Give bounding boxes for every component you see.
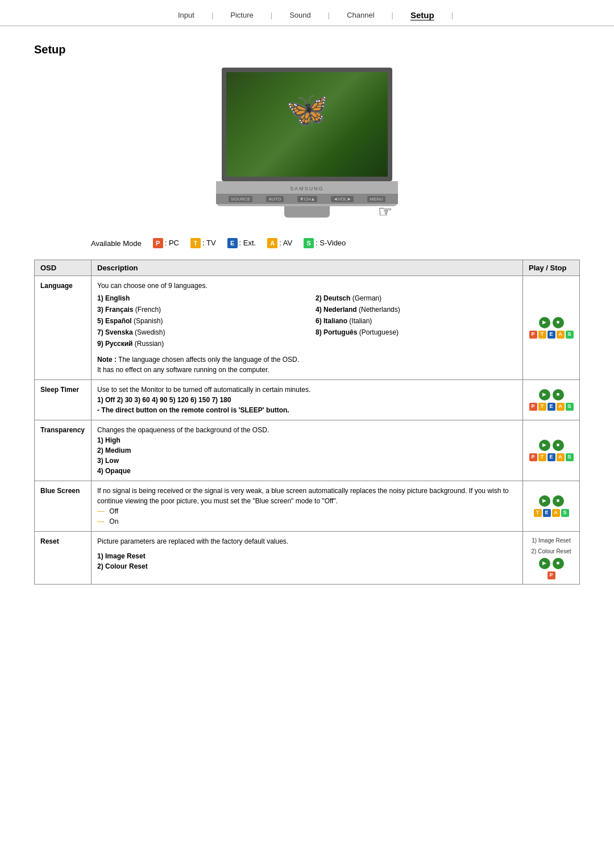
sm-badge-s-blue: S [561, 509, 569, 517]
lang-3: 3) Français (French) [97, 304, 298, 315]
sleep-note: - The direct button on the remote contro… [97, 405, 517, 415]
badge-a: A [267, 238, 277, 248]
nav-sep-5: | [451, 11, 453, 19]
play-btn-trans[interactable]: ▶ [539, 440, 550, 451]
blue-items: Off On [97, 506, 517, 527]
sm-badge-s-sleep: S [566, 403, 574, 411]
badge-e: E [227, 238, 238, 248]
sm-badge-e-trans: E [547, 453, 555, 461]
tv-brand: SAMSUNG [216, 186, 398, 191]
mode-ext: E: Ext. [227, 238, 256, 248]
desc-reset: Picture parameters are replaced with the… [92, 532, 523, 585]
table-row-bluescreen: Blue Screen If no signal is being receiv… [35, 481, 580, 532]
play-stop-icons-trans: ▶ ■ [529, 440, 574, 451]
blue-item-on: On [97, 516, 517, 527]
sleep-text: Use to set the Monitor to be turned off … [97, 385, 517, 395]
stop-btn-lang[interactable]: ■ [553, 317, 564, 328]
sm-badge-a-trans: A [557, 453, 565, 461]
trans-item-2: 2) Medium [97, 445, 517, 456]
nav-setup[interactable]: Setup [393, 10, 451, 20]
mode-av: A: AV [267, 238, 292, 248]
mode-badges-trans: P T E A S [529, 453, 574, 461]
tv-btn-source: SOURCE [229, 196, 252, 202]
label-bluescreen: Blue Screen [35, 481, 92, 532]
available-mode: Available Mode P: PC T: TV E: Ext. A: AV… [91, 238, 580, 248]
sm-badge-e-sleep: E [547, 403, 555, 411]
table-row-transparency: Transparency Changes the opaqueness of t… [35, 420, 580, 481]
lang-8: 8) Português (Portuguese) [316, 327, 517, 337]
mode-badges-reset: P [529, 571, 574, 579]
play-btn-lang[interactable]: ▶ [539, 317, 550, 328]
lang-2: 2) Deutsch (German) [316, 293, 517, 303]
sm-badge-a-blue: A [552, 509, 560, 517]
sm-badge-a-sleep: A [557, 403, 565, 411]
sm-badge-t-trans: T [538, 453, 546, 461]
mode-pc: P: PC [153, 238, 179, 248]
play-btn-reset[interactable]: ▶ [539, 558, 550, 569]
desc-sleep: Use to set the Monitor to be turned off … [92, 380, 523, 420]
tv-controls-bar: SOURCE AUTO ▼CH▲ ◄VOL► MENU [216, 194, 398, 204]
trans-item-1: 1) High [97, 435, 517, 445]
reset-note-image: 1) Image Reset [529, 536, 574, 545]
play-btn-blue[interactable]: ▶ [539, 495, 550, 507]
play-stop-language: ▶ ■ P T E A S [523, 276, 580, 380]
desc-bluescreen: If no signal is being received or the si… [92, 481, 523, 532]
label-language: Language [35, 276, 92, 380]
sm-badge-s-trans: S [566, 453, 574, 461]
tv-hand-icon: ☞ [378, 202, 392, 221]
play-stop-icons-lang: ▶ ■ [529, 317, 574, 328]
trans-item-3: 3) Low [97, 456, 517, 466]
col-header-desc: Description [92, 260, 523, 276]
badge-t: T [190, 238, 201, 248]
page-content: Setup SAMSUNG SOURCE AUTO ▼CH▲ ◄VOL► MEN… [0, 26, 614, 602]
top-navigation: Input | Picture | Sound | Channel | Setu… [0, 0, 614, 26]
sm-badge-t-blue: T [534, 509, 542, 517]
tv-body: SAMSUNG SOURCE AUTO ▼CH▲ ◄VOL► MENU [216, 181, 398, 206]
stop-btn-reset[interactable]: ■ [553, 558, 564, 569]
tv-btn-vol: ◄VOL► [331, 196, 354, 202]
tv-btn-ch: ▼CH▲ [297, 196, 317, 202]
table-row-reset: Reset Picture parameters are replaced wi… [35, 532, 580, 585]
language-grid: 1) English 2) Deutsch (German) 3) França… [97, 293, 517, 349]
stop-btn-blue[interactable]: ■ [553, 495, 564, 507]
play-stop-reset: 1) Image Reset 2) Colour Reset ▶ ■ P [523, 532, 580, 585]
reset-note-colour: 2) Colour Reset [529, 547, 574, 556]
stop-btn-trans[interactable]: ■ [553, 440, 564, 451]
nav-picture[interactable]: Picture [213, 11, 270, 19]
tv-btn-auto: AUTO [266, 196, 283, 202]
trans-text: Changes the opaqueness of the background… [97, 425, 517, 435]
stop-btn-sleep[interactable]: ■ [553, 389, 564, 400]
tv-stand [284, 206, 330, 218]
sm-badge-p-trans: P [529, 453, 537, 461]
tv-screen [222, 68, 392, 181]
desc-language: You can choose one of 9 languages. 1) En… [92, 276, 523, 380]
reset-item-2: 2) Colour Reset [97, 561, 517, 571]
lang-6: 6) Italiano (Italian) [316, 316, 517, 326]
play-stop-icons-sleep: ▶ ■ [529, 389, 574, 400]
sm-badge-e-lang: E [547, 331, 555, 339]
play-btn-sleep[interactable]: ▶ [539, 389, 550, 400]
mode-svideo: S: S-Video [304, 238, 346, 248]
sm-badge-s-lang: S [566, 331, 574, 339]
sleep-opts: 1) Off 2) 30 3) 60 4) 90 5) 120 6) 150 7… [97, 395, 517, 405]
play-stop-bluescreen: ▶ ■ T E A S [523, 481, 580, 532]
mode-badges-lang: P T E A S [529, 331, 574, 339]
label-sleep: Sleep Timer [35, 380, 92, 420]
tv-image-container: SAMSUNG SOURCE AUTO ▼CH▲ ◄VOL► MENU ☞ [34, 68, 580, 227]
lang-9: 9) Русский (Russian) [97, 339, 298, 349]
lang-5: 5) Español (Spanish) [97, 316, 298, 326]
table-row-sleep: Sleep Timer Use to set the Monitor to be… [35, 380, 580, 420]
nav-channel[interactable]: Channel [330, 11, 391, 19]
label-transparency: Transparency [35, 420, 92, 481]
sm-badge-a-lang: A [557, 331, 565, 339]
sm-badge-e-blue: E [543, 509, 551, 517]
sm-badge-p-lang: P [529, 331, 537, 339]
nav-input[interactable]: Input [161, 11, 211, 19]
page-title: Setup [34, 43, 580, 56]
play-stop-icons-blue: ▶ ■ [529, 495, 574, 507]
sm-badge-t-lang: T [538, 331, 546, 339]
tv-btn-menu: MENU [367, 196, 385, 202]
language-intro: You can choose one of 9 languages. [97, 281, 517, 291]
nav-sound[interactable]: Sound [272, 11, 328, 19]
language-note: Note : The language chosen affects only … [97, 354, 517, 375]
